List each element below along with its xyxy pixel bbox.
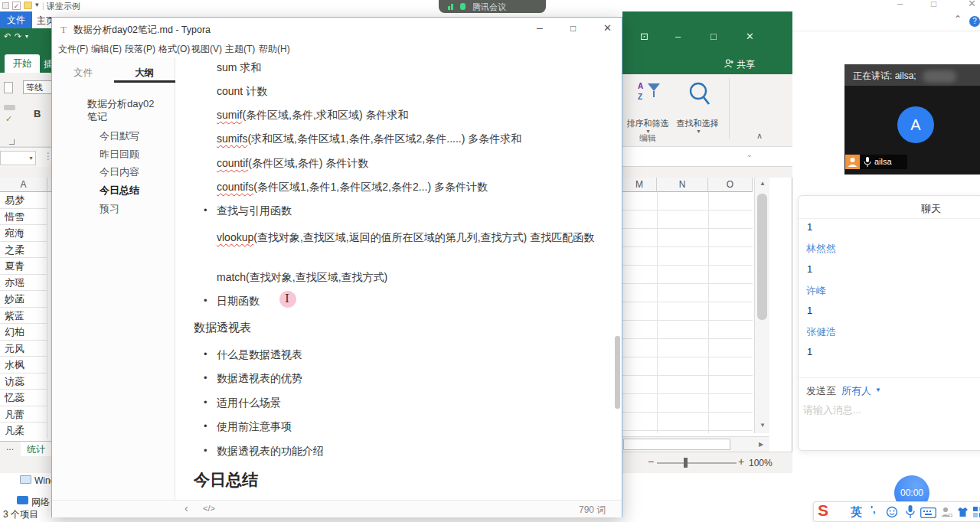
outline-item[interactable]: 今日内容 — [100, 165, 139, 179]
close-icon[interactable]: ✕ — [603, 22, 612, 34]
zoom-slider-thumb[interactable] — [684, 458, 688, 468]
menu-view[interactable]: 视图(V) — [191, 43, 222, 56]
scrollbar-thumb[interactable] — [757, 194, 767, 320]
table-row[interactable]: 妙菡 — [0, 291, 47, 308]
content-scrollbar-thumb[interactable] — [615, 336, 620, 409]
table-row[interactable]: 访蕊 — [0, 374, 47, 390]
doc-line[interactable]: countif(条件区域,条件) 条件计数 — [217, 157, 368, 171]
formula-bar[interactable]: ⌄ — [622, 147, 792, 167]
doc-bullet[interactable]: 什么是数据透视表 — [217, 348, 302, 362]
minimize-icon[interactable]: – — [537, 21, 543, 34]
outline-title[interactable]: 数据分析day02笔记 — [87, 97, 156, 123]
chevron-down-icon[interactable]: ⌄ — [746, 151, 753, 158]
sidebar-tab-outline[interactable]: 大纲 — [135, 67, 154, 80]
menu-theme[interactable]: 主题(T) — [225, 43, 255, 56]
excel-grid-column-a[interactable]: 易梦 惜雪 宛海 之柔 夏青 亦瑶 妙菡 紫蓝 幻柏 元风 水枫 访蕊 忆蕊 凡… — [0, 192, 47, 439]
explorer-file-tab[interactable]: 文件 — [0, 11, 32, 28]
format-painter-icon[interactable] — [4, 105, 15, 110]
clipboard-icon[interactable] — [4, 82, 13, 93]
undo-icon[interactable]: ↶ — [4, 31, 11, 41]
ribbon-options-icon[interactable]: ⊡ — [640, 31, 648, 42]
table-row[interactable]: 宛海 — [0, 225, 47, 242]
column-header-m[interactable]: M — [622, 178, 657, 192]
table-row[interactable]: 水枫 — [0, 357, 47, 374]
chevron-down-icon[interactable]: ▼ — [875, 387, 881, 393]
menu-edit[interactable]: 编辑(E) — [91, 43, 122, 56]
doc-bullet[interactable]: 使用前注意事项 — [217, 420, 292, 434]
excel-tab-home[interactable]: 开始 — [5, 54, 40, 73]
person-settings-icon[interactable]: 21 — [940, 506, 952, 518]
doc-line[interactable]: vlookup(查找对象,查找区域,返回的值所在区域的第几列,查找方式) 查找匹… — [217, 227, 604, 248]
column-header-n[interactable]: N — [657, 178, 708, 192]
share-button[interactable]: 共享 — [737, 58, 755, 71]
name-box[interactable]: ▼ — [0, 151, 36, 165]
chevron-down-icon[interactable]: ▾ — [35, 1, 39, 8]
sheet-tab-active[interactable]: 统计 — [21, 442, 51, 457]
sidebar-toggle-icon[interactable]: ‹ — [185, 502, 188, 514]
redo-icon[interactable]: ↷ — [15, 31, 21, 41]
chevron-down-icon[interactable]: ▾ — [25, 33, 28, 40]
meeting-pill[interactable]: 腾讯会议 — [439, 0, 546, 13]
doc-bullet[interactable]: 日期函数 — [217, 295, 260, 308]
keyboard-icon[interactable] — [920, 507, 936, 518]
excel-tab-insert[interactable]: 插入 — [44, 58, 51, 71]
word-count[interactable]: 790 词 — [579, 504, 606, 517]
font-name-box[interactable]: 等线 — [23, 80, 52, 94]
doc-bullet[interactable]: 数据透视表的优势 — [217, 372, 302, 386]
bold-button[interactable]: B — [34, 108, 41, 119]
doc-line[interactable]: sumif(条件区域,条件,求和区域) 条件求和 — [217, 109, 408, 122]
excel-grid-right[interactable] — [622, 192, 753, 433]
scroll-up-icon[interactable]: ▲ — [760, 181, 766, 187]
doc-line[interactable]: match(查找对象,查找区域,查找方式) — [217, 271, 387, 285]
chevron-down-icon[interactable]: ▼ — [696, 129, 701, 134]
table-row[interactable]: 凡蕾 — [0, 406, 47, 423]
table-row[interactable]: 元风 — [0, 341, 47, 357]
find-select-button[interactable]: 查找和选择 — [673, 118, 722, 129]
source-mode-icon[interactable]: </> — [203, 504, 215, 513]
close-icon[interactable]: ✕ — [968, 0, 976, 9]
send-to-select[interactable]: 所有人 — [841, 384, 871, 398]
outline-item[interactable]: 今日默写 — [100, 129, 139, 143]
doc-line[interactable]: sum 求和 — [217, 61, 261, 75]
maximize-icon[interactable]: □ — [710, 31, 717, 42]
scroll-down-icon[interactable]: ▼ — [760, 422, 766, 429]
table-row[interactable]: 紫蓝 — [0, 308, 47, 325]
doc-bullet[interactable]: 数据透视表的功能介绍 — [217, 445, 324, 458]
doc-bullet[interactable]: 适用什么场景 — [217, 396, 281, 410]
sidebar-tab-files[interactable]: 文件 — [74, 67, 93, 80]
mic-icon[interactable] — [906, 505, 915, 519]
zoom-in-button[interactable]: + — [738, 455, 744, 468]
zoom-out-button[interactable]: − — [648, 455, 654, 468]
collapse-icon[interactable]: ⌃ — [954, 14, 962, 24]
table-row[interactable]: 忆蕊 — [0, 390, 47, 406]
maximize-icon[interactable]: □ — [570, 23, 576, 34]
column-header-o[interactable]: O — [708, 178, 753, 192]
table-row[interactable]: 亦瑶 — [0, 275, 47, 292]
chat-sender[interactable]: 张健浩 — [806, 325, 836, 339]
close-icon[interactable]: ✕ — [746, 31, 754, 42]
menu-format[interactable]: 格式(O) — [158, 43, 190, 56]
zoom-level[interactable]: 100% — [749, 458, 773, 468]
column-header-a[interactable]: A — [0, 178, 47, 192]
doc-line[interactable]: count 计数 — [217, 85, 267, 99]
scrollbar-thumb[interactable] — [623, 439, 730, 450]
outline-item[interactable]: 昨日回顾 — [100, 148, 139, 161]
nav-item-network[interactable]: 网络 — [31, 496, 50, 509]
doc-line[interactable]: countifs(条件区域1,条件1,条件区域2,条件2...) 多条件计数 — [217, 181, 488, 194]
collapse-ribbon-icon[interactable]: ∧ — [756, 131, 763, 141]
chat-input[interactable]: 请输入消息... — [803, 403, 980, 417]
doc-heading-summary[interactable]: 今日总结 — [194, 469, 258, 491]
table-row[interactable]: 之柔 — [0, 242, 47, 259]
minimize-icon[interactable]: – — [897, 0, 903, 9]
skin-icon[interactable] — [957, 507, 969, 517]
chat-sender[interactable]: 林然然 — [806, 242, 836, 256]
minimize-icon[interactable]: – — [675, 31, 681, 42]
help-icon[interactable]: ? — [969, 16, 980, 27]
doc-bullet[interactable]: 查找与引用函数 — [217, 204, 292, 218]
grid-menu-icon[interactable] — [973, 507, 980, 518]
punctuation-icon[interactable]: ', — [871, 504, 876, 515]
video-panel[interactable]: 正在讲话: ailsa; A ailsa — [844, 64, 980, 175]
table-row[interactable]: 幻柏 — [0, 324, 47, 341]
explorer-home-tab[interactable]: 主页 — [37, 15, 51, 28]
outline-item[interactable]: 预习 — [100, 202, 119, 216]
